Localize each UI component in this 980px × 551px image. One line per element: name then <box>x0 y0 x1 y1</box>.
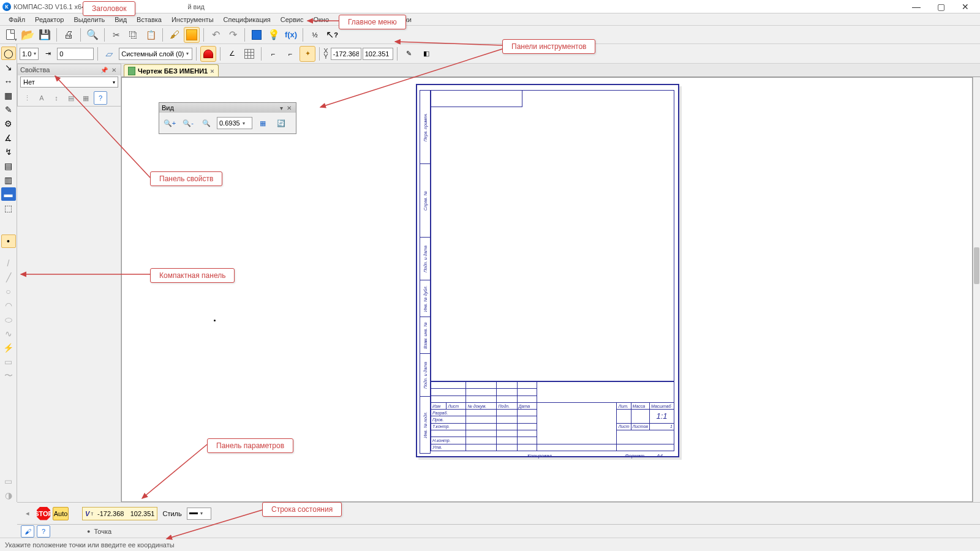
brush-mini-button[interactable]: 🖌 <box>21 525 34 538</box>
pt-1[interactable]: ⋮ <box>20 91 34 105</box>
misc-button-2[interactable]: ◧ <box>418 46 434 62</box>
close-button[interactable]: ✕ <box>953 0 978 13</box>
pt-3[interactable]: ↕ <box>50 91 63 105</box>
cut-button[interactable]: ✂ <box>108 27 124 43</box>
view-toolbar-opts[interactable]: ▾ <box>278 105 285 111</box>
properties-filter-combo[interactable]: Нет▾ <box>20 77 118 88</box>
pt-5[interactable]: ▦ <box>79 91 92 105</box>
whatsthis-button[interactable]: ↖? <box>324 27 340 43</box>
vertical-scrollbar[interactable] <box>973 77 980 502</box>
cp-measure[interactable]: ∡ <box>1 131 16 144</box>
cp-arc[interactable]: ◠ <box>1 299 16 312</box>
cp-curve[interactable]: 〜 <box>1 369 16 383</box>
zoom-out-button[interactable]: 🔍- <box>180 115 196 131</box>
cp-bottom-1[interactable]: ▭ <box>1 474 16 488</box>
cp-select[interactable]: ↯ <box>1 145 16 159</box>
cp-arrow[interactable]: ↘ <box>1 61 16 74</box>
cp-geometry[interactable]: ◯ <box>1 47 16 60</box>
cp-ellipse[interactable]: ⬭ <box>1 313 16 326</box>
undo-button[interactable]: ↶ <box>208 27 224 43</box>
menu-help[interactable]: Справка <box>334 15 370 24</box>
menu-service[interactable]: Сервис <box>276 15 309 24</box>
new-button[interactable]: ▾ <box>2 27 18 43</box>
print-button[interactable]: 🖨 <box>61 27 77 43</box>
cp-bottom-2[interactable]: ◑ <box>1 489 16 502</box>
menu-window[interactable]: Окно <box>308 15 334 24</box>
cp-report[interactable]: ▥ <box>1 173 16 187</box>
stop-button[interactable]: STOP <box>37 507 50 520</box>
tab-point[interactable]: ●Точка <box>87 528 111 535</box>
layer-combo[interactable]: Системный слой (0)▾ <box>119 48 192 60</box>
document-tab-1[interactable]: Чертеж БЕЗ ИМЕНИ1 × <box>124 64 219 77</box>
menu-spec[interactable]: Спецификация <box>219 15 276 24</box>
menu-tools[interactable]: Инструменты <box>167 15 219 24</box>
pt-2[interactable]: A <box>35 91 48 105</box>
open-button[interactable]: 📂 <box>20 27 36 43</box>
format-painter[interactable]: 🖌 <box>167 27 183 43</box>
manager-button[interactable] <box>249 27 265 43</box>
copy-button[interactable]: ⿻ <box>126 27 141 43</box>
misc-button-1[interactable]: ✎ <box>401 46 417 62</box>
cp-edit[interactable]: ✎ <box>1 103 16 116</box>
view-toolbar-close[interactable]: ✕ <box>285 105 293 111</box>
minimize-button[interactable]: — <box>904 0 929 13</box>
round-button[interactable]: ⌐ <box>282 46 298 62</box>
menu-file[interactable]: Файл <box>4 15 30 24</box>
help-mini-button[interactable]: ? <box>37 525 50 538</box>
snap-button[interactable] <box>200 46 216 62</box>
cp-blue[interactable]: ▬ <box>1 187 16 201</box>
paste-button[interactable]: 📋 <box>143 27 159 43</box>
cp-flash[interactable]: ⚡ <box>1 341 16 354</box>
ortho-button[interactable]: ⌐ <box>265 46 281 62</box>
zoom-window-button[interactable]: 🔍 <box>198 115 214 131</box>
param-y-input[interactable] <box>125 510 154 517</box>
redraw-button[interactable]: 🔄 <box>273 115 289 131</box>
angle-button[interactable]: ∠ <box>224 46 240 62</box>
cp-lib[interactable]: ⬚ <box>1 201 16 215</box>
menu-select[interactable]: Выделить <box>69 15 110 24</box>
coord-x-input[interactable] <box>331 48 361 60</box>
cp-circle[interactable]: ○ <box>1 285 16 298</box>
zoom-fit-button[interactable]: ▦ <box>255 115 271 131</box>
pt-help[interactable]: ? <box>94 91 107 105</box>
drawing-canvas[interactable]: Вид ▾ ✕ 🔍+ 🔍- 🔍 0.6935▾ ▦ 🔄 Перв. примен… <box>121 77 973 502</box>
param-x-input[interactable] <box>94 510 124 517</box>
cp-dim[interactable]: ↔ <box>1 75 16 88</box>
menu-editor[interactable]: Редактор <box>30 15 69 24</box>
cp-spec[interactable]: ▤ <box>1 159 16 173</box>
zoom-combo[interactable]: 0.6935▾ <box>217 117 252 129</box>
cp-param[interactable]: ⚙ <box>1 117 16 130</box>
cp-spline[interactable]: ∿ <box>1 327 16 340</box>
zoom-in-button[interactable]: 🔍+ <box>162 115 178 131</box>
fx-button[interactable]: f(x) <box>283 27 299 43</box>
param-nav-left[interactable]: ◂ <box>21 509 34 517</box>
menu-insert[interactable]: Вставка <box>132 15 167 24</box>
properties-pin[interactable]: 📌 <box>99 67 110 73</box>
cp-point[interactable]: • <box>1 234 16 248</box>
cp-line[interactable]: / <box>1 257 16 270</box>
preview-button[interactable]: 🔍 <box>85 27 100 43</box>
switch-button[interactable]: ½ <box>307 27 323 43</box>
cp-rect[interactable]: ▭ <box>1 355 16 369</box>
document-tab-close[interactable]: × <box>210 67 214 75</box>
cp-line2[interactable]: ╱ <box>1 271 16 284</box>
step-input[interactable] <box>57 48 94 60</box>
auto-button[interactable]: Auto <box>53 507 69 520</box>
menu-view[interactable]: Вид <box>110 15 132 24</box>
grid-button[interactable] <box>241 46 257 62</box>
redo-button[interactable]: ↷ <box>225 27 241 43</box>
layer-icon-button[interactable]: ▱ <box>102 46 118 62</box>
cp-hatch[interactable]: ▦ <box>1 89 16 102</box>
coord-y-input[interactable] <box>363 48 393 60</box>
maximize-button[interactable]: ▢ <box>929 0 953 13</box>
properties-button[interactable] <box>184 27 200 43</box>
save-button[interactable]: 💾 <box>37 27 53 43</box>
menu-libraries[interactable]: Библиотеки <box>370 15 417 24</box>
local-cs-button[interactable]: ✦ <box>300 46 315 62</box>
step-icon-button[interactable]: ⇥ <box>40 46 56 62</box>
style-combo[interactable]: ▾ <box>187 508 211 520</box>
pt-4[interactable]: ▤ <box>64 91 78 105</box>
scale-combo[interactable]: 1.0▾ <box>20 48 39 60</box>
variables-button[interactable]: 💡 <box>266 27 282 43</box>
properties-close[interactable]: ✕ <box>110 67 118 73</box>
